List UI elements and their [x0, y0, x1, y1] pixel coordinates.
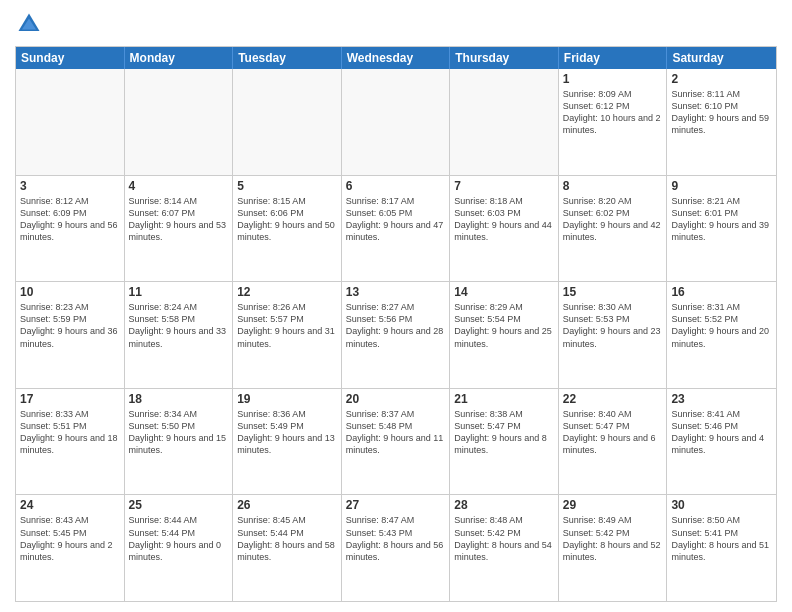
day-info: Sunrise: 8:29 AMSunset: 5:54 PMDaylight:… — [454, 301, 554, 350]
logo-icon — [15, 10, 43, 38]
cal-cell: 17Sunrise: 8:33 AMSunset: 5:51 PMDayligh… — [16, 389, 125, 495]
cal-cell: 24Sunrise: 8:43 AMSunset: 5:45 PMDayligh… — [16, 495, 125, 601]
day-number: 17 — [20, 392, 120, 406]
cal-cell — [450, 69, 559, 175]
day-info: Sunrise: 8:40 AMSunset: 5:47 PMDaylight:… — [563, 408, 663, 457]
day-number: 29 — [563, 498, 663, 512]
cal-cell: 30Sunrise: 8:50 AMSunset: 5:41 PMDayligh… — [667, 495, 776, 601]
day-number: 27 — [346, 498, 446, 512]
calendar-header: SundayMondayTuesdayWednesdayThursdayFrid… — [16, 47, 776, 69]
day-info: Sunrise: 8:47 AMSunset: 5:43 PMDaylight:… — [346, 514, 446, 563]
day-info: Sunrise: 8:17 AMSunset: 6:05 PMDaylight:… — [346, 195, 446, 244]
cal-cell: 3Sunrise: 8:12 AMSunset: 6:09 PMDaylight… — [16, 176, 125, 282]
cal-cell: 10Sunrise: 8:23 AMSunset: 5:59 PMDayligh… — [16, 282, 125, 388]
cal-cell: 11Sunrise: 8:24 AMSunset: 5:58 PMDayligh… — [125, 282, 234, 388]
cal-cell: 12Sunrise: 8:26 AMSunset: 5:57 PMDayligh… — [233, 282, 342, 388]
day-info: Sunrise: 8:23 AMSunset: 5:59 PMDaylight:… — [20, 301, 120, 350]
page: SundayMondayTuesdayWednesdayThursdayFrid… — [0, 0, 792, 612]
day-number: 24 — [20, 498, 120, 512]
day-info: Sunrise: 8:31 AMSunset: 5:52 PMDaylight:… — [671, 301, 772, 350]
cal-cell: 28Sunrise: 8:48 AMSunset: 5:42 PMDayligh… — [450, 495, 559, 601]
header-day-thursday: Thursday — [450, 47, 559, 69]
week-row-5: 24Sunrise: 8:43 AMSunset: 5:45 PMDayligh… — [16, 494, 776, 601]
day-number: 10 — [20, 285, 120, 299]
header-day-wednesday: Wednesday — [342, 47, 451, 69]
day-number: 30 — [671, 498, 772, 512]
header-day-tuesday: Tuesday — [233, 47, 342, 69]
cal-cell: 29Sunrise: 8:49 AMSunset: 5:42 PMDayligh… — [559, 495, 668, 601]
day-info: Sunrise: 8:37 AMSunset: 5:48 PMDaylight:… — [346, 408, 446, 457]
day-info: Sunrise: 8:21 AMSunset: 6:01 PMDaylight:… — [671, 195, 772, 244]
logo — [15, 10, 47, 38]
day-number: 7 — [454, 179, 554, 193]
week-row-1: 1Sunrise: 8:09 AMSunset: 6:12 PMDaylight… — [16, 69, 776, 175]
day-number: 25 — [129, 498, 229, 512]
day-info: Sunrise: 8:34 AMSunset: 5:50 PMDaylight:… — [129, 408, 229, 457]
cal-cell: 25Sunrise: 8:44 AMSunset: 5:44 PMDayligh… — [125, 495, 234, 601]
header-day-monday: Monday — [125, 47, 234, 69]
day-info: Sunrise: 8:14 AMSunset: 6:07 PMDaylight:… — [129, 195, 229, 244]
day-number: 14 — [454, 285, 554, 299]
cal-cell: 14Sunrise: 8:29 AMSunset: 5:54 PMDayligh… — [450, 282, 559, 388]
day-number: 26 — [237, 498, 337, 512]
cal-cell — [342, 69, 451, 175]
day-info: Sunrise: 8:44 AMSunset: 5:44 PMDaylight:… — [129, 514, 229, 563]
day-info: Sunrise: 8:11 AMSunset: 6:10 PMDaylight:… — [671, 88, 772, 137]
cal-cell: 2Sunrise: 8:11 AMSunset: 6:10 PMDaylight… — [667, 69, 776, 175]
day-number: 18 — [129, 392, 229, 406]
day-number: 2 — [671, 72, 772, 86]
day-info: Sunrise: 8:27 AMSunset: 5:56 PMDaylight:… — [346, 301, 446, 350]
day-info: Sunrise: 8:09 AMSunset: 6:12 PMDaylight:… — [563, 88, 663, 137]
cal-cell — [233, 69, 342, 175]
cal-cell: 16Sunrise: 8:31 AMSunset: 5:52 PMDayligh… — [667, 282, 776, 388]
day-number: 22 — [563, 392, 663, 406]
cal-cell: 18Sunrise: 8:34 AMSunset: 5:50 PMDayligh… — [125, 389, 234, 495]
day-number: 4 — [129, 179, 229, 193]
calendar-body: 1Sunrise: 8:09 AMSunset: 6:12 PMDaylight… — [16, 69, 776, 601]
cal-cell — [125, 69, 234, 175]
day-info: Sunrise: 8:33 AMSunset: 5:51 PMDaylight:… — [20, 408, 120, 457]
header-day-friday: Friday — [559, 47, 668, 69]
cal-cell: 23Sunrise: 8:41 AMSunset: 5:46 PMDayligh… — [667, 389, 776, 495]
day-number: 21 — [454, 392, 554, 406]
day-number: 16 — [671, 285, 772, 299]
day-info: Sunrise: 8:12 AMSunset: 6:09 PMDaylight:… — [20, 195, 120, 244]
day-info: Sunrise: 8:45 AMSunset: 5:44 PMDaylight:… — [237, 514, 337, 563]
cal-cell: 1Sunrise: 8:09 AMSunset: 6:12 PMDaylight… — [559, 69, 668, 175]
day-info: Sunrise: 8:26 AMSunset: 5:57 PMDaylight:… — [237, 301, 337, 350]
day-number: 12 — [237, 285, 337, 299]
cal-cell: 26Sunrise: 8:45 AMSunset: 5:44 PMDayligh… — [233, 495, 342, 601]
cal-cell: 6Sunrise: 8:17 AMSunset: 6:05 PMDaylight… — [342, 176, 451, 282]
day-info: Sunrise: 8:18 AMSunset: 6:03 PMDaylight:… — [454, 195, 554, 244]
day-info: Sunrise: 8:24 AMSunset: 5:58 PMDaylight:… — [129, 301, 229, 350]
day-number: 28 — [454, 498, 554, 512]
day-info: Sunrise: 8:20 AMSunset: 6:02 PMDaylight:… — [563, 195, 663, 244]
day-info: Sunrise: 8:43 AMSunset: 5:45 PMDaylight:… — [20, 514, 120, 563]
week-row-3: 10Sunrise: 8:23 AMSunset: 5:59 PMDayligh… — [16, 281, 776, 388]
day-number: 15 — [563, 285, 663, 299]
day-number: 3 — [20, 179, 120, 193]
cal-cell: 13Sunrise: 8:27 AMSunset: 5:56 PMDayligh… — [342, 282, 451, 388]
day-info: Sunrise: 8:48 AMSunset: 5:42 PMDaylight:… — [454, 514, 554, 563]
day-info: Sunrise: 8:41 AMSunset: 5:46 PMDaylight:… — [671, 408, 772, 457]
day-number: 6 — [346, 179, 446, 193]
day-number: 13 — [346, 285, 446, 299]
day-number: 5 — [237, 179, 337, 193]
week-row-2: 3Sunrise: 8:12 AMSunset: 6:09 PMDaylight… — [16, 175, 776, 282]
cal-cell: 22Sunrise: 8:40 AMSunset: 5:47 PMDayligh… — [559, 389, 668, 495]
calendar: SundayMondayTuesdayWednesdayThursdayFrid… — [15, 46, 777, 602]
day-info: Sunrise: 8:30 AMSunset: 5:53 PMDaylight:… — [563, 301, 663, 350]
day-info: Sunrise: 8:50 AMSunset: 5:41 PMDaylight:… — [671, 514, 772, 563]
cal-cell: 20Sunrise: 8:37 AMSunset: 5:48 PMDayligh… — [342, 389, 451, 495]
cal-cell: 5Sunrise: 8:15 AMSunset: 6:06 PMDaylight… — [233, 176, 342, 282]
header-day-sunday: Sunday — [16, 47, 125, 69]
header-day-saturday: Saturday — [667, 47, 776, 69]
day-number: 9 — [671, 179, 772, 193]
cal-cell: 19Sunrise: 8:36 AMSunset: 5:49 PMDayligh… — [233, 389, 342, 495]
day-number: 11 — [129, 285, 229, 299]
day-number: 23 — [671, 392, 772, 406]
cal-cell: 15Sunrise: 8:30 AMSunset: 5:53 PMDayligh… — [559, 282, 668, 388]
header — [15, 10, 777, 38]
day-number: 20 — [346, 392, 446, 406]
cal-cell: 9Sunrise: 8:21 AMSunset: 6:01 PMDaylight… — [667, 176, 776, 282]
